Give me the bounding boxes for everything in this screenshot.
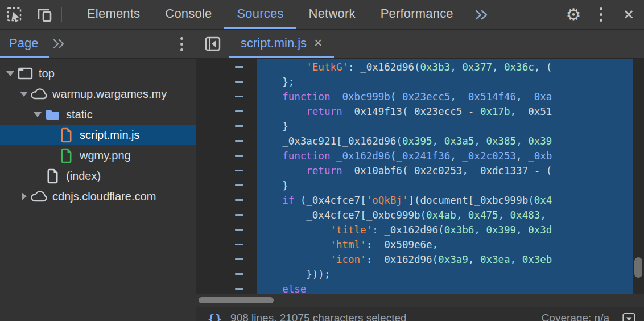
- line-marker[interactable]: [196, 89, 257, 104]
- code-line: }: [258, 119, 633, 134]
- expand-drawer-icon[interactable]: [622, 312, 636, 321]
- navigator-menu-icon[interactable]: [168, 30, 196, 58]
- tree-item-label: script.min.js: [80, 129, 140, 142]
- code-line: };: [258, 75, 633, 89]
- line-marker[interactable]: [196, 252, 257, 267]
- code-line: }: [258, 178, 633, 193]
- more-panels-icon[interactable]: [466, 0, 498, 29]
- code-line: return _0x149f13(_0x23ecc5 - 0x17b, _0x5…: [258, 104, 633, 119]
- line-marker[interactable]: [196, 163, 257, 178]
- code-line: 'title': _0x162d96(0x3b6, 0x399, 0x3d: [258, 223, 633, 237]
- line-marker[interactable]: [196, 104, 257, 119]
- code-line: 'html': _0x509e6e,: [258, 237, 633, 252]
- code-line: _0x4cfce7[_0xbc999b(0x4ab, 0x475, 0x483,: [258, 208, 633, 223]
- code-line: else: [258, 282, 633, 294]
- inspect-element-icon[interactable]: [0, 0, 30, 29]
- file-icon: [57, 147, 75, 164]
- tree-item-label: top: [39, 67, 55, 80]
- tree-item-cdnjs-cloudflare-com[interactable]: cdnjs.cloudflare.com: [0, 186, 196, 207]
- tree-item-label: static: [66, 108, 93, 121]
- code-line: }));: [258, 267, 633, 282]
- file-summary-text: 908 lines, 21075 characters selected: [230, 312, 406, 321]
- tree-item-label: cdnjs.cloudflare.com: [52, 190, 156, 203]
- line-marker[interactable]: [196, 193, 257, 208]
- code-line: function _0x162d96(_0x241f36, _0x2c0253,…: [258, 149, 633, 163]
- code-line: return _0x10abf6(_0x2c0253, _0xdc1337 - …: [258, 163, 633, 178]
- file-icon: [43, 168, 61, 184]
- tab-performance[interactable]: Performance: [368, 0, 466, 29]
- vertical-scrollbar[interactable]: [633, 59, 644, 294]
- tab-close-icon[interactable]: ✕: [313, 36, 323, 50]
- cloud-icon: [30, 190, 48, 203]
- code-content[interactable]: 'EutkG': _0x162d96(0x3b3, 0x377, 0x36c, …: [257, 59, 633, 294]
- line-marker[interactable]: [196, 134, 257, 149]
- editor-tabbar: script.min.js ✕: [196, 30, 644, 59]
- navigator-sidebar: Page top warmup.wargames.my static scrip…: [0, 30, 196, 320]
- tab-page[interactable]: Page: [0, 30, 49, 58]
- chevron-collapsed-icon[interactable]: [18, 192, 30, 200]
- line-marker[interactable]: [196, 223, 257, 237]
- file-tree: top warmup.wargames.my static script.min…: [0, 59, 196, 207]
- editor-statusbar: {} 908 lines, 21075 characters selected …: [196, 307, 644, 321]
- tree-item-label: warmup.wargames.my: [52, 88, 167, 101]
- device-toolbar-icon[interactable]: [30, 0, 59, 29]
- horizontal-scrollbar-thumb[interactable]: [199, 297, 274, 303]
- line-marker[interactable]: [196, 60, 257, 75]
- chevron-expanded-icon[interactable]: [32, 112, 43, 117]
- chevron-expanded-icon[interactable]: [5, 71, 16, 76]
- coverage-text: Coverage: n/a: [542, 312, 609, 321]
- line-marker[interactable]: [196, 282, 257, 294]
- editor-gutter: [196, 59, 257, 294]
- tab-elements[interactable]: Elements: [75, 0, 152, 29]
- cloud-icon: [30, 88, 48, 100]
- navigator-header: Page: [0, 30, 196, 59]
- folder-icon: [43, 108, 61, 121]
- settings-gear-icon[interactable]: ⚙: [559, 0, 588, 29]
- frame-icon: [16, 67, 34, 80]
- tab-console[interactable]: Console: [152, 0, 224, 29]
- vertical-scrollbar-thumb[interactable]: [634, 257, 642, 278]
- tree-item-static[interactable]: static: [0, 104, 196, 125]
- chevron-expanded-icon[interactable]: [18, 92, 30, 97]
- toolbar-divider: [61, 7, 62, 22]
- line-marker[interactable]: [196, 208, 257, 223]
- line-marker[interactable]: [196, 149, 257, 163]
- tab-network[interactable]: Network: [296, 0, 368, 29]
- code-line: 'icon': _0x162d96(0x3a9, 0x3ea, 0x3eb: [258, 252, 633, 267]
- devtools-menu-icon[interactable]: [588, 0, 613, 29]
- tree-item-label: (index): [66, 170, 101, 183]
- code-editor[interactable]: 'EutkG': _0x162d96(0x3b3, 0x377, 0x36c, …: [196, 59, 644, 294]
- code-line: function _0xbc999b(_0x23ecc5, _0x514f46,…: [258, 89, 633, 104]
- tree-item-wgmy-png[interactable]: wgmy.png: [0, 145, 196, 166]
- line-marker[interactable]: [196, 267, 257, 282]
- tab-script-min-js[interactable]: script.min.js ✕: [229, 30, 334, 58]
- tree-item-script-min-js[interactable]: script.min.js: [0, 125, 196, 145]
- horizontal-scrollbar[interactable]: [196, 294, 644, 307]
- toolbar-right-group: ⚙ ✕: [554, 0, 644, 29]
- pretty-print-icon[interactable]: {}: [208, 312, 222, 321]
- navigator-more-tabs-icon[interactable]: [49, 30, 69, 58]
- line-marker[interactable]: [196, 119, 257, 134]
- editor-pane: script.min.js ✕ 'EutkG': _0x162d96(0x3b3…: [196, 30, 644, 320]
- tab-sources[interactable]: Sources: [224, 0, 296, 29]
- code-line: _0x3ac921[_0x162d96(0x395, 0x3a5, 0x385,…: [258, 134, 633, 149]
- line-marker[interactable]: [196, 178, 257, 193]
- tree-item-warmup-wargames-my[interactable]: warmup.wargames.my: [0, 84, 196, 104]
- panel-tabs: ElementsConsoleSourcesNetworkPerformance: [75, 0, 466, 29]
- line-marker[interactable]: [196, 75, 257, 89]
- code-line: 'EutkG': _0x162d96(0x3b3, 0x377, 0x36c, …: [258, 60, 633, 75]
- devtools-window: ElementsConsoleSourcesNetworkPerformance…: [0, 0, 644, 321]
- file-icon: [57, 127, 75, 143]
- tree-item--index-[interactable]: (index): [0, 166, 196, 186]
- line-marker[interactable]: [196, 237, 257, 252]
- tree-item-top[interactable]: top: [0, 63, 196, 84]
- tree-item-label: wgmy.png: [80, 149, 131, 162]
- toolbar-right-divider: [556, 7, 556, 22]
- close-devtools-icon[interactable]: ✕: [613, 0, 644, 29]
- code-line: if (_0x4cfce7['oQkBj'](document[_0xbc999…: [258, 193, 633, 208]
- toggle-navigator-icon[interactable]: [196, 30, 229, 58]
- tab-title: script.min.js: [241, 36, 307, 51]
- main-toolbar: ElementsConsoleSourcesNetworkPerformance…: [0, 0, 644, 30]
